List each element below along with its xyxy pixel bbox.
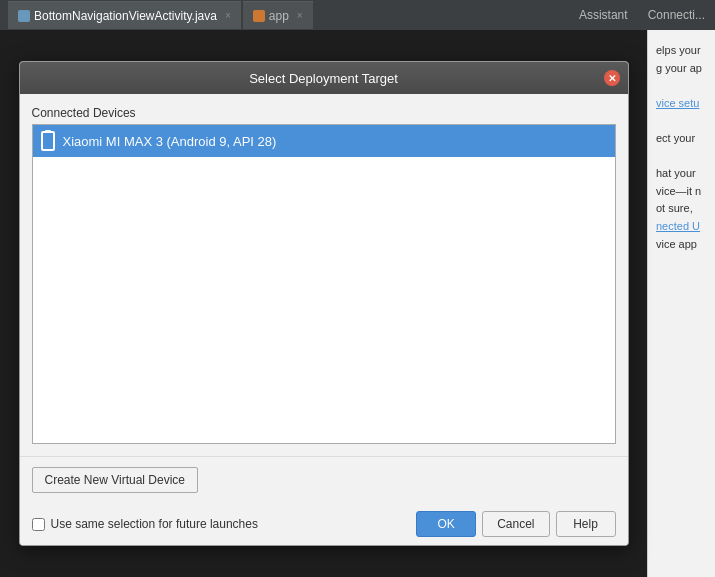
dialog-close-button[interactable]: ✕ xyxy=(604,70,620,86)
ok-button[interactable]: OK xyxy=(416,511,476,537)
assistant-tab-label: Assistant xyxy=(579,8,628,22)
device-name: Xiaomi MI MAX 3 (Android 9, API 28) xyxy=(63,134,277,149)
dialog-title: Select Deployment Target xyxy=(249,71,398,86)
tab-app[interactable]: app × xyxy=(243,1,313,29)
dialog-body: Connected Devices Xiaomi MI MAX 3 (Andro… xyxy=(20,94,628,456)
right-panel: elps your g your ap vice setu ect your h… xyxy=(647,30,715,577)
connecti-tab-label: Connecti... xyxy=(648,8,705,22)
right-tabs-area: Assistant Connecti... xyxy=(569,4,715,26)
app-icon xyxy=(253,10,265,22)
right-panel-text: elps your g your ap vice setu ect your h… xyxy=(656,42,707,253)
tab-connecti[interactable]: Connecti... xyxy=(638,4,715,26)
ide-tab-bar: BottomNavigationViewActivity.java × app … xyxy=(0,0,715,30)
java-file-icon xyxy=(18,10,30,22)
cancel-button[interactable]: Cancel xyxy=(482,511,549,537)
tab-java-close[interactable]: × xyxy=(225,10,231,21)
connected-usb-link[interactable]: nected U xyxy=(656,220,700,232)
phone-icon xyxy=(41,131,55,151)
modal-overlay: Select Deployment Target ✕ Connected Dev… xyxy=(0,30,647,577)
help-button[interactable]: Help xyxy=(556,511,616,537)
dialog-bottom: Create New Virtual Device xyxy=(20,456,628,503)
tab-app-label: app xyxy=(269,9,289,23)
tab-java-label: BottomNavigationViewActivity.java xyxy=(34,9,217,23)
same-selection-label-text: Use same selection for future launches xyxy=(51,517,258,531)
tab-assistant[interactable]: Assistant xyxy=(569,4,638,26)
device-list-item[interactable]: Xiaomi MI MAX 3 (Android 9, API 28) xyxy=(33,125,615,157)
connected-devices-label: Connected Devices xyxy=(32,106,616,120)
same-selection-checkbox-label[interactable]: Use same selection for future launches xyxy=(32,517,409,531)
tab-app-close[interactable]: × xyxy=(297,10,303,21)
same-selection-checkbox[interactable] xyxy=(32,518,45,531)
select-deployment-dialog: Select Deployment Target ✕ Connected Dev… xyxy=(19,61,629,546)
footer-buttons: OK Cancel Help xyxy=(416,511,615,537)
dialog-titlebar: Select Deployment Target ✕ xyxy=(20,62,628,94)
dialog-footer: Use same selection for future launches O… xyxy=(20,503,628,545)
tab-java[interactable]: BottomNavigationViewActivity.java × xyxy=(8,1,241,29)
device-setup-link[interactable]: vice setu xyxy=(656,97,699,109)
create-virtual-device-button[interactable]: Create New Virtual Device xyxy=(32,467,199,493)
device-list[interactable]: Xiaomi MI MAX 3 (Android 9, API 28) xyxy=(32,124,616,444)
